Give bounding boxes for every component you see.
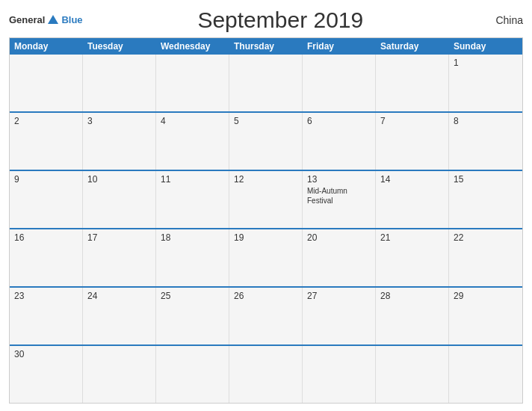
calendar-cell-r5-c6 — [449, 346, 522, 403]
logo-blue-text: Blue — [61, 15, 82, 25]
calendar-cell-r2-c1: 10 — [83, 171, 156, 228]
calendar-cell-r2-c6: 15 — [449, 171, 522, 228]
day-number: 22 — [454, 232, 518, 243]
header-wednesday: Wednesday — [156, 38, 229, 55]
header-sunday: Sunday — [449, 38, 522, 55]
calendar-cell-r5-c2 — [156, 346, 229, 403]
day-number: 23 — [14, 291, 78, 301]
calendar-cell-r5-c1 — [83, 346, 156, 403]
calendar-cell-r5-c5 — [376, 346, 449, 403]
calendar-row-2: 910111213Mid-Autumn Festival1415 — [10, 170, 522, 228]
calendar-cell-r2-c4: 13Mid-Autumn Festival — [303, 171, 376, 228]
calendar-cell-r4-c4: 27 — [303, 288, 376, 344]
header-thursday: Thursday — [229, 38, 303, 55]
day-number: 12 — [234, 174, 297, 185]
event-label: Mid-Autumn Festival — [307, 186, 371, 206]
day-number: 21 — [380, 232, 444, 243]
calendar-cell-r2-c3: 12 — [229, 171, 303, 228]
calendar-cell-r4-c1: 24 — [83, 288, 156, 344]
calendar-cell-r2-c5: 14 — [376, 171, 449, 228]
day-number: 6 — [307, 116, 371, 126]
day-number: 24 — [87, 291, 151, 301]
calendar-cell-r3-c1: 17 — [83, 229, 156, 286]
day-number: 1 — [454, 58, 518, 68]
header-saturday: Saturday — [376, 38, 449, 55]
calendar-cell-r1-c4: 6 — [303, 113, 376, 170]
calendar-cell-r1-c2: 4 — [156, 113, 229, 170]
logo-icon — [46, 13, 60, 27]
calendar-cell-r5-c0: 30 — [10, 346, 83, 403]
calendar-cell-r2-c2: 11 — [156, 171, 229, 228]
day-number: 18 — [161, 232, 224, 243]
calendar-cell-r3-c0: 16 — [10, 229, 83, 286]
day-number: 8 — [454, 116, 518, 126]
logo: General Blue — [9, 13, 83, 27]
calendar-title: September 2019 — [83, 7, 478, 33]
calendar-cell-r4-c3: 26 — [229, 288, 303, 344]
calendar-row-4: 23242526272829 — [10, 286, 522, 344]
calendar: Monday Tuesday Wednesday Thursday Friday… — [9, 37, 523, 404]
calendar-row-1: 2345678 — [10, 111, 522, 170]
calendar-cell-r0-c5 — [376, 55, 449, 111]
day-number: 30 — [14, 349, 78, 359]
day-number: 17 — [87, 232, 151, 243]
calendar-cell-r1-c5: 7 — [376, 113, 449, 170]
calendar-cell-r2-c0: 9 — [10, 171, 83, 228]
day-number: 20 — [307, 232, 371, 243]
calendar-cell-r1-c6: 8 — [449, 113, 522, 170]
page: General Blue September 2019 China Monday… — [0, 0, 532, 411]
day-number: 14 — [380, 174, 444, 185]
day-number: 28 — [380, 291, 444, 301]
calendar-cell-r0-c0 — [10, 55, 83, 111]
day-number: 5 — [234, 116, 297, 126]
header-tuesday: Tuesday — [83, 38, 156, 55]
day-number: 4 — [161, 116, 224, 126]
calendar-cell-r3-c2: 18 — [156, 229, 229, 286]
day-number: 7 — [380, 116, 444, 126]
calendar-cell-r1-c1: 3 — [83, 113, 156, 170]
calendar-cell-r4-c5: 28 — [376, 288, 449, 344]
country-label: China — [478, 14, 523, 26]
calendar-cell-r4-c2: 25 — [156, 288, 229, 344]
day-number: 19 — [234, 232, 297, 243]
calendar-cell-r5-c3 — [229, 346, 303, 403]
calendar-cell-r0-c1 — [83, 55, 156, 111]
day-number: 27 — [307, 291, 371, 301]
calendar-body: 12345678910111213Mid-Autumn Festival1415… — [10, 55, 522, 403]
day-number: 13 — [307, 174, 371, 185]
calendar-cell-r3-c5: 21 — [376, 229, 449, 286]
calendar-cell-r4-c6: 29 — [449, 288, 522, 344]
calendar-cell-r0-c3 — [229, 55, 303, 111]
calendar-cell-r1-c3: 5 — [229, 113, 303, 170]
day-number: 10 — [87, 174, 151, 185]
day-number: 11 — [161, 174, 224, 185]
calendar-header: Monday Tuesday Wednesday Thursday Friday… — [10, 38, 522, 55]
day-number: 9 — [14, 174, 78, 185]
header-monday: Monday — [10, 38, 83, 55]
day-number: 3 — [87, 116, 151, 126]
day-number: 29 — [454, 291, 518, 301]
day-number: 16 — [14, 232, 78, 243]
calendar-cell-r1-c0: 2 — [10, 113, 83, 170]
calendar-cell-r0-c4 — [303, 55, 376, 111]
day-number: 25 — [161, 291, 224, 301]
calendar-cell-r0-c2 — [156, 55, 229, 111]
calendar-cell-r3-c6: 22 — [449, 229, 522, 286]
svg-marker-0 — [48, 15, 58, 24]
logo-general-text: General — [9, 15, 45, 25]
header-friday: Friday — [303, 38, 376, 55]
day-number: 2 — [14, 116, 78, 126]
calendar-row-3: 16171819202122 — [10, 228, 522, 286]
day-number: 26 — [234, 291, 297, 301]
header: General Blue September 2019 China — [9, 7, 523, 33]
calendar-cell-r5-c4 — [303, 346, 376, 403]
calendar-row-0: 1 — [10, 55, 522, 111]
calendar-cell-r3-c4: 20 — [303, 229, 376, 286]
calendar-row-5: 30 — [10, 344, 522, 403]
calendar-cell-r4-c0: 23 — [10, 288, 83, 344]
calendar-cell-r0-c6: 1 — [449, 55, 522, 111]
calendar-cell-r3-c3: 19 — [229, 229, 303, 286]
day-number: 15 — [454, 174, 518, 185]
